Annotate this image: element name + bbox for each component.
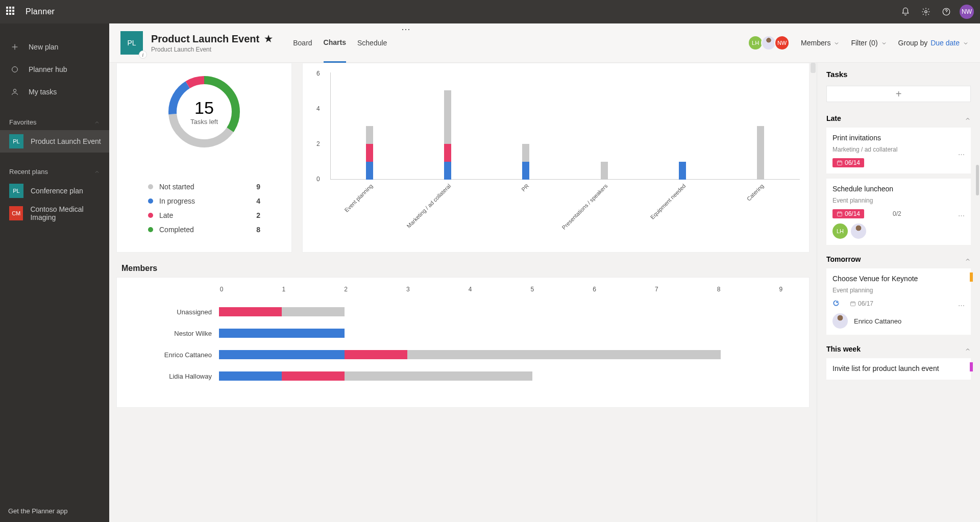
members-dropdown[interactable]: Members [801,39,840,47]
chevron-up-icon [94,169,100,175]
task-title: Schedule luncheon [832,185,965,193]
section-tomorrow-header[interactable]: Tomorrow [817,250,980,268]
x-tick: 7 [654,286,659,293]
bar-category-label: Catering [746,183,765,202]
svg-rect-12 [851,302,855,306]
info-icon[interactable]: i [139,51,147,59]
plan-tile: PL [9,184,23,198]
settings-icon[interactable] [916,0,936,23]
sidebar-plan-conference[interactable]: PL Conference plan [0,180,109,202]
bar-segment [444,144,451,162]
due-date-badge: 06/14 [832,209,864,218]
task-card[interactable]: Schedule luncheon Event planning 06/14 0… [826,179,971,245]
notifications-icon[interactable] [895,0,916,23]
bar-segment [366,162,373,180]
chevron-down-icon [963,40,969,46]
scrollbar[interactable] [811,63,816,73]
member-avatars[interactable]: LH NW [750,35,790,51]
help-icon[interactable] [936,0,957,23]
legend-dot [148,184,153,189]
more-icon[interactable]: ⋯ [401,23,411,63]
filter-dropdown[interactable]: Filter (0) [851,39,887,47]
legend-dot [148,213,153,218]
svg-rect-9 [838,212,842,216]
svg-point-0 [925,11,927,13]
plan-tile: CM [9,206,23,220]
category-color-tab [970,362,973,371]
progress-icon [832,300,840,308]
sidebar-recent-header[interactable]: Recent plans [0,153,109,180]
task-bucket: Marketing / ad collateral [832,146,965,153]
avatar: LH [832,223,848,239]
more-icon[interactable]: ⋯ [958,302,966,309]
chevron-up-icon [965,256,971,262]
legend-row: Completed 8 [148,222,260,237]
task-card[interactable]: Choose Venue for Keynote Event planning … [826,268,971,335]
user-avatar[interactable]: NW [960,5,974,19]
task-bucket: Event planning [832,197,965,204]
tab-charts[interactable]: Charts [324,23,346,63]
sidebar-item-label: My tasks [29,88,57,96]
chevron-down-icon [834,40,840,46]
sidebar-planner-hub[interactable]: Planner hub [0,58,109,81]
x-tick: 5 [530,286,535,293]
task-card[interactable]: Print invitations Marketing / ad collate… [826,128,971,173]
bar-category-label: Presentations / speakers [560,183,608,231]
checklist-badge: 0/2 [884,210,901,217]
chevron-up-icon [965,346,971,352]
task-title: Invite list for product launch event [832,364,965,372]
bar-segment [366,144,373,162]
x-tick: 0 [219,286,224,293]
person-icon [10,88,19,96]
section-late-header[interactable]: Late [817,109,980,128]
svg-point-2 [12,67,18,72]
task-card[interactable]: Invite list for product launch event [826,358,971,380]
section-thisweek-header[interactable]: This week [817,340,980,358]
task-title: Print invitations [832,134,965,142]
tab-board[interactable]: Board [293,23,312,63]
more-icon[interactable]: ⋯ [958,151,966,158]
comment-icon [870,210,877,218]
scrollbar[interactable] [976,165,979,195]
sidebar-my-tasks[interactable]: My tasks [0,81,109,103]
status-chart-card: 15 Tasks left Not started 9 In progress [116,63,292,253]
member-name: Enrico Cattaneo [142,351,219,359]
bar-segment [345,371,533,381]
bar-category-label: Event planning [343,183,374,213]
plan-tile: PL [9,134,23,148]
bar-segment [522,144,529,162]
star-icon[interactable]: ★ [264,33,273,44]
more-icon[interactable]: ⋯ [958,212,966,219]
plan-label: Product Launch Event [31,137,101,145]
due-date-badge: 06/14 [832,158,864,167]
sidebar-favorites-header[interactable]: Favorites [0,103,109,130]
x-tick: 2 [344,286,349,293]
bar-segment [522,162,529,180]
plan-label: Conference plan [31,187,83,195]
avatar: NW [774,35,790,51]
due-date: 06/17 [846,299,877,308]
category-color-tab [970,272,973,282]
members-chart-card: 0123456789 UnassignedNestor WilkeEnrico … [116,277,810,408]
add-task-button[interactable]: + [826,86,971,102]
bar-segment [282,307,345,316]
app-launcher-icon[interactable] [6,7,16,17]
tasks-left-value: 15 [194,98,214,118]
bar-segment [219,307,282,316]
bar-segment [444,90,451,144]
plan-label: Contoso Medical Imaging [30,205,109,221]
bar-segment [679,162,686,180]
chevron-up-icon [94,119,100,126]
group-by-dropdown[interactable]: Group by Due date [898,39,969,47]
plan-tile-large: PL i [120,31,143,55]
get-app-link[interactable]: Get the Planner app [0,500,109,522]
sidebar-new-plan[interactable]: New plan [0,36,109,58]
svg-rect-8 [838,161,842,165]
sidebar-plan-contoso[interactable]: CM Contoso Medical Imaging [0,202,109,225]
chevron-up-icon [965,115,971,121]
legend-dot [148,198,153,204]
sidebar-plan-product-launch[interactable]: PL Product Launch Event [0,130,109,153]
tab-schedule[interactable]: Schedule [357,23,387,63]
tasks-panel: Tasks + Late Print invitations Marketing… [817,63,980,522]
bar-segment [219,371,282,381]
